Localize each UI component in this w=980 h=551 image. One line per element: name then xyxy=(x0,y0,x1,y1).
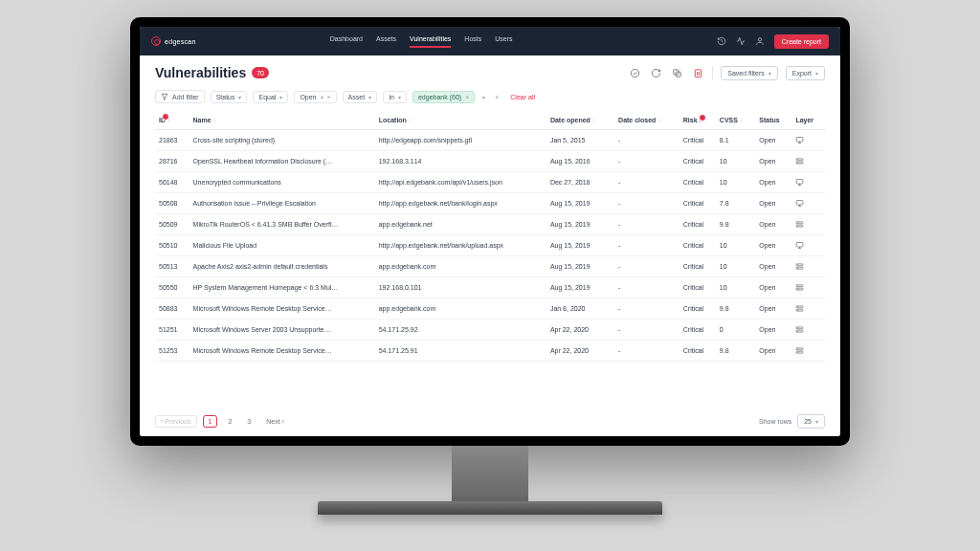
filter-asset-op[interactable]: In▾ xyxy=(383,91,407,103)
user-icon[interactable] xyxy=(755,36,765,46)
cell-closed: - xyxy=(614,256,679,277)
filter-icon xyxy=(161,93,168,100)
svg-point-1 xyxy=(631,69,638,77)
col-id[interactable]: ID↑ xyxy=(155,111,189,130)
table-row[interactable]: 51251Microsoft Windows Server 2003 Unsup… xyxy=(155,320,825,341)
sort-icon: ↑ xyxy=(213,118,216,123)
next-page-button[interactable]: Next › xyxy=(261,416,289,427)
cell-name: OpenSSL Heartbeat Information Disclosure… xyxy=(189,151,375,172)
page-1-button[interactable]: 1 xyxy=(203,415,218,428)
svg-marker-7 xyxy=(162,94,167,99)
page-3-button[interactable]: 3 xyxy=(242,416,256,427)
cell-id: 50513 xyxy=(155,256,189,277)
filter-asset-chevron[interactable]: ▾× xyxy=(480,92,501,102)
cell-opened: Jan 8, 2020 xyxy=(546,298,614,320)
export-button[interactable]: Export▾ xyxy=(786,66,825,80)
table-row[interactable]: 50883Microsoft Windows Remote Desktop Se… xyxy=(155,298,825,320)
cell-opened: Jan 5, 2015 xyxy=(546,130,614,151)
col-risk[interactable]: Risk↓ xyxy=(679,111,716,130)
col-location[interactable]: Location↑ xyxy=(375,111,546,130)
page-header: Vulnerabilities 70 Saved filters▾ Export… xyxy=(140,55,840,86)
nav-hosts[interactable]: Hosts xyxy=(464,35,481,48)
cell-status: Open xyxy=(755,193,791,214)
create-report-button[interactable]: Create report xyxy=(774,34,829,49)
col-opened[interactable]: Date opened↑ xyxy=(546,111,614,130)
cell-id: 50883 xyxy=(155,298,189,320)
svg-rect-25 xyxy=(797,243,804,248)
table-row[interactable]: 50510Malicious File Uploadhttp://app.edg… xyxy=(155,235,825,256)
svg-rect-4 xyxy=(695,69,701,77)
layer-icon xyxy=(795,304,821,313)
col-cvss[interactable]: CVSS↑ xyxy=(716,111,756,130)
nav-dashboard[interactable]: Dashboard xyxy=(330,35,363,48)
cell-name: MikroTik RouterOS < 6.41.3 SMB Buffer Ov… xyxy=(189,214,375,235)
cell-opened: Aug 15, 2019 xyxy=(546,277,614,298)
cell-layer xyxy=(791,172,825,193)
table-row[interactable]: 51253Microsoft Windows Remote Desktop Se… xyxy=(155,341,825,362)
table-row[interactable]: 50509MikroTik RouterOS < 6.41.3 SMB Buff… xyxy=(155,214,825,235)
table-row[interactable]: 50148Unencrypted communicationshttp://ap… xyxy=(155,172,825,193)
cell-location: 192.168.3.114 xyxy=(375,151,546,172)
filter-status-value[interactable]: Open▾× xyxy=(294,91,336,103)
filter-asset-field[interactable]: Asset▾ xyxy=(343,91,378,103)
cell-closed: - xyxy=(614,277,679,298)
cell-cvss: 7.8 xyxy=(716,193,756,214)
cell-location: app.edgebank.com xyxy=(375,256,546,277)
filter-asset-tag[interactable]: edgebank (60)× xyxy=(412,91,475,103)
saved-filters-button[interactable]: Saved filters▾ xyxy=(721,66,778,80)
nav-assets[interactable]: Assets xyxy=(376,35,396,48)
activity-icon[interactable] xyxy=(736,36,746,46)
cell-closed: - xyxy=(614,151,679,172)
refresh-icon[interactable] xyxy=(649,66,662,79)
col-status[interactable]: Status xyxy=(755,111,791,130)
filter-status-op[interactable]: Equal▾ xyxy=(253,91,288,103)
col-layer[interactable]: Layer xyxy=(791,111,825,130)
rows-per-page-select[interactable]: 25▾ xyxy=(797,414,825,429)
cell-id: 28716 xyxy=(155,151,189,172)
cell-risk: Critical xyxy=(679,214,716,235)
prev-page-button[interactable]: ‹ Previous xyxy=(155,415,197,428)
filter-status-field[interactable]: Status▾ xyxy=(211,91,248,103)
nav-users[interactable]: Users xyxy=(495,35,512,48)
add-filter-button[interactable]: Add filter xyxy=(155,90,205,103)
cell-location: 54.171.25.92 xyxy=(375,320,546,341)
cell-opened: Aug 15, 2016 xyxy=(546,151,614,172)
cell-cvss: 10 xyxy=(716,256,756,277)
svg-rect-18 xyxy=(797,201,804,206)
cell-status: Open xyxy=(755,277,791,298)
cell-status: Open xyxy=(755,298,791,320)
delete-icon[interactable] xyxy=(691,66,704,79)
show-rows-label: Show rows xyxy=(759,418,791,425)
table-row[interactable]: 28716OpenSSL Heartbeat Information Discl… xyxy=(155,151,825,172)
layer-icon xyxy=(795,220,821,229)
close-icon[interactable]: × xyxy=(495,94,499,100)
cell-name: Cross-site scripting (stored) xyxy=(189,130,375,151)
table-container: ID↑ Name↑ Location↑ Date opened↑ Date cl… xyxy=(140,111,840,407)
cell-layer xyxy=(791,298,825,320)
svg-point-0 xyxy=(758,38,761,41)
nav-vulnerabilities[interactable]: Vulnerabilities xyxy=(410,35,451,48)
table-row[interactable]: 50550HP System Management Homepage < 6.3… xyxy=(155,277,825,298)
count-badge: 70 xyxy=(252,67,269,78)
cell-cvss: 10 xyxy=(716,235,756,256)
table-row[interactable]: 50513Apache Axis2 axis2-admin default cr… xyxy=(155,256,825,277)
page-2-button[interactable]: 2 xyxy=(223,416,236,427)
cell-closed: - xyxy=(614,214,679,235)
history-icon[interactable] xyxy=(717,36,726,46)
table-row[interactable]: 21863Cross-site scripting (stored)http:/… xyxy=(155,130,825,151)
chevron-down-icon: ▾ xyxy=(398,94,401,100)
close-icon[interactable]: × xyxy=(327,94,331,100)
brand-name: edgescan xyxy=(165,38,196,45)
header-actions: Saved filters▾ Export▾ xyxy=(628,66,825,80)
clear-all-button[interactable]: Clear all xyxy=(510,94,535,100)
table-row[interactable]: 50508Authorisation Issue – Privilege Esc… xyxy=(155,193,825,214)
cell-closed: - xyxy=(614,341,679,362)
cell-id: 51251 xyxy=(155,320,189,341)
approve-icon[interactable] xyxy=(628,66,641,79)
cell-closed: - xyxy=(614,235,679,256)
close-icon[interactable]: × xyxy=(465,94,469,100)
cell-risk: Critical xyxy=(679,172,716,193)
col-closed[interactable]: Date closed↑ xyxy=(614,111,679,130)
copy-icon[interactable] xyxy=(670,66,683,79)
col-name[interactable]: Name↑ xyxy=(189,111,375,130)
